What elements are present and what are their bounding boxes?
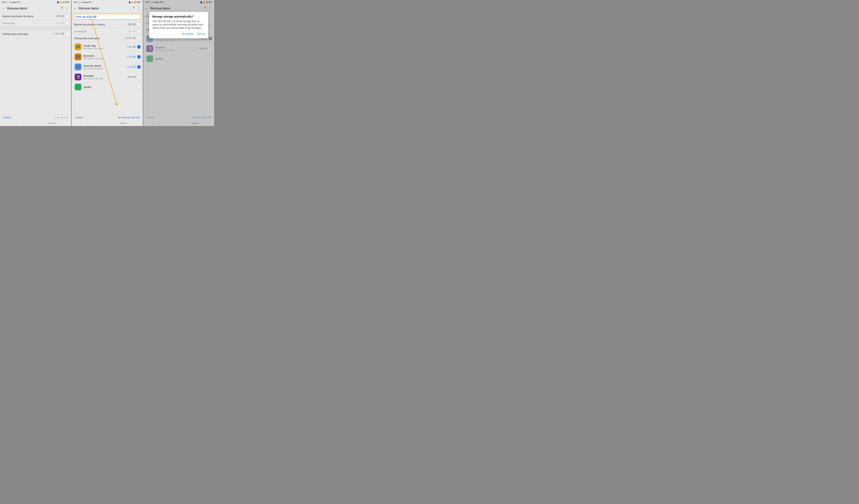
save-world-subtitle: Not used in last year [83, 67, 127, 70]
battery-1: 89% [65, 1, 69, 3]
infreq-label-1: Infrequently used apps [2, 32, 52, 35]
app-item-spotify[interactable]: 🎵 Spotify [72, 82, 142, 92]
onenote-size: 694 MB [127, 76, 136, 78]
infreq-label-2: Infrequently used apps [74, 37, 124, 40]
dialog-buttons: No thanks Turn on [152, 32, 205, 35]
cancel-button-1[interactable]: Cancel [3, 116, 11, 119]
more-icon-1[interactable]: ⋮ [65, 6, 69, 11]
battery-2: 89% [137, 1, 141, 3]
cancel-button-2[interactable]: Cancel [75, 116, 82, 119]
wifi-icon-1: ▲ [60, 1, 62, 3]
mysteries-icon: 🎮 [75, 53, 81, 60]
downloads-size-2: 0 B [132, 30, 136, 33]
nav-bar-1: ‹ [0, 121, 71, 126]
app-bar-1: ← Remove items ? ⋮ [0, 4, 71, 13]
mysteries-name: Mysteries [83, 54, 127, 57]
back-nav-2[interactable]: ‹ [87, 122, 88, 125]
app-item-mysteries[interactable]: 🎮 Mysteries Not used in last year 1.57 G… [72, 52, 142, 62]
dialog-title: Manage storage automatically? [152, 15, 205, 18]
downloads-chevron-1: ∧ [57, 21, 59, 25]
onenote-checkbox[interactable] [137, 75, 140, 79]
backed-up-label-2: Backed up photos & videos [74, 23, 127, 26]
pacific-bay-checkbox[interactable] [137, 45, 140, 48]
turn-on-button[interactable]: Turn on [196, 32, 205, 35]
manage-storage-dialog: Manage storage automatically? 4.50 GB no… [149, 12, 208, 38]
infreq-checkbox-2[interactable] [137, 37, 140, 40]
onenote-subtitle: Not used in last year [83, 77, 127, 80]
downloads-size-1: 0 B [60, 22, 64, 25]
sync-icon-1: ↻ [9, 1, 11, 3]
downloads-checkbox-1[interactable] [65, 21, 69, 25]
dot-2: • [92, 1, 93, 3]
back-nav-1[interactable]: ‹ [16, 122, 17, 125]
backed-up-label-1: Backed up photos & videos [2, 15, 56, 18]
yellow-dot-2 [118, 116, 120, 119]
infreq-header-2[interactable]: Infrequently used apps ∧ 9.57 GB [72, 35, 142, 42]
pacific-bay-size: 1.61 GB [127, 46, 136, 48]
signal-dots-2: ●●●● [83, 1, 88, 3]
downloads-header-2[interactable]: Downloads ∧ 0 B [72, 28, 142, 35]
downloads-label-2: Downloads [74, 30, 129, 33]
backed-up-checkbox-1[interactable] [65, 15, 69, 18]
downloads-header-1[interactable]: Downloads ∧ 0 B [0, 20, 71, 26]
backed-up-size-2: 226 MB [127, 23, 136, 26]
infreq-item-1[interactable]: Infrequently used apps ∨ 9.57 GB [0, 30, 71, 37]
signal-dots-1: ●●●● [12, 1, 16, 3]
page-title-2: Remove items [79, 7, 131, 10]
backed-up-item-1[interactable]: Backed up photos & videos 226 MB [0, 13, 71, 20]
downloads-chevron-2: ∧ [129, 30, 131, 33]
infreq-checkbox-1[interactable] [65, 32, 69, 35]
save-world-checkbox[interactable] [137, 65, 140, 68]
infreq-size-2: 9.57 GB [127, 37, 136, 40]
back-button-1[interactable]: ← [2, 6, 5, 11]
sim-icon-1: ⌚ [6, 1, 9, 3]
help-icon-1[interactable]: ? [60, 6, 63, 11]
help-icon-2[interactable]: ? [132, 6, 135, 11]
infreq-size-1: 9.57 GB [55, 32, 64, 35]
free-button-2[interactable]: Free up 4.50 GB [118, 116, 140, 119]
app-bar-2: ← Remove items ? ⋮ [72, 4, 142, 13]
dot-1: • [20, 1, 21, 3]
mysteries-size: 1.57 GB [127, 56, 136, 58]
sim-icon-2: ⌚ [78, 1, 80, 3]
pacific-bay-name: Pacific Bay [83, 44, 127, 47]
nav-pill-2 [119, 123, 127, 124]
app-item-pacific-bay[interactable]: 🎮 Pacific Bay Not used in last year 1.61… [72, 42, 142, 52]
spotify-checkbox[interactable] [137, 85, 140, 89]
free-button-1: Free up 0 B [55, 116, 68, 119]
nav-bar-2: ‹ [72, 121, 142, 126]
no-thanks-button[interactable]: No thanks [182, 32, 193, 35]
panel-1: 3:46 ⌚ ↻ ●●●● 66° • 📳 ▲ 📶 89% ← Remove i… [0, 0, 72, 126]
onenote-name: OneNote [83, 75, 127, 77]
page-title-1: Remove items [7, 7, 59, 10]
backed-up-size-1: 226 MB [56, 15, 64, 17]
pacific-bay-icon: 🎮 [75, 44, 81, 50]
vibrate-icon-1: 📳 [57, 1, 59, 3]
bottom-bar-1: Cancel Free up 0 B [0, 114, 71, 121]
save-world-size: 1.33 GB [127, 66, 136, 68]
mysteries-checkbox[interactable] [137, 55, 140, 59]
back-button-2[interactable]: ← [74, 6, 77, 11]
spacer-1 [0, 26, 71, 30]
temp-2: 66° [89, 1, 91, 3]
free-up-banner: Free up 4.50 GB [74, 14, 141, 20]
free-up-banner-text: Free up 4.50 GB [75, 15, 96, 18]
downloads-label-1: Downloads [2, 22, 57, 25]
pacific-bay-subtitle: Not used in last year [83, 47, 127, 50]
signal-icon-2: 📶 [134, 1, 136, 3]
panel-3: 3:48 ⌚ ↻ ●●●● 66° • 📳 ▲ 📶 90% ← Remove i… [143, 0, 215, 126]
status-bar-2: 3:46 ⌚ ↻ ●●●● 66° • 📳 ▲ 📶 89% [72, 0, 142, 4]
more-icon-2[interactable]: ⋮ [137, 6, 141, 11]
downloads-checkbox-2[interactable] [137, 30, 140, 33]
spotify-icon: 🎵 [75, 84, 81, 90]
app-item-onenote[interactable]: 📓 OneNote Not used in last year 694 MB [72, 72, 142, 82]
backed-up-checkbox-2[interactable] [137, 23, 140, 26]
infreq-chevron-2: ∧ [124, 37, 126, 40]
vibrate-icon-2: 📳 [129, 1, 131, 3]
backed-up-item-2[interactable]: Backed up photos & videos 226 MB [72, 21, 142, 28]
nav-pill-1 [48, 123, 56, 124]
temp-1: 66° [17, 1, 20, 3]
app-item-save-world[interactable]: 🎮 Save the World Not used in last year 1… [72, 62, 142, 72]
content-1: Backed up photos & videos 226 MB Downloa… [0, 13, 71, 63]
save-world-icon: 🎮 [75, 64, 81, 70]
